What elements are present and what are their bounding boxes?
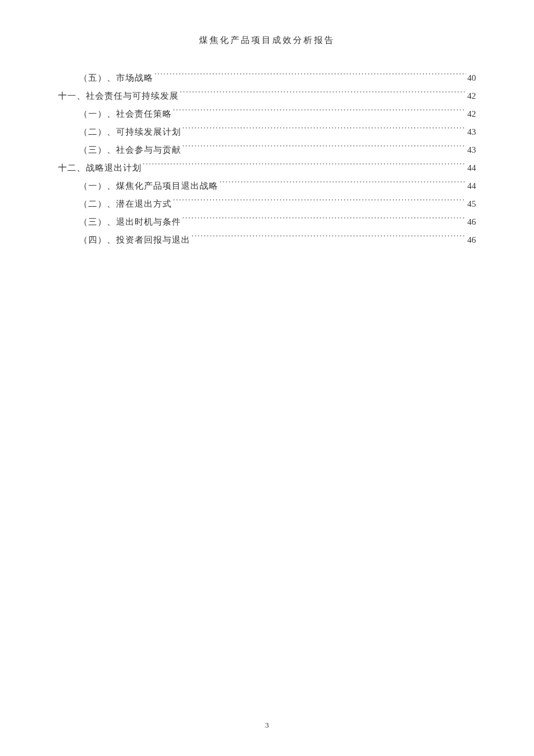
page-footer-number: 3 [0, 721, 534, 730]
toc-page-number: 44 [467, 159, 476, 177]
toc-leader [182, 216, 466, 225]
toc-entry: 十一、社会责任与可持续发展 42 [58, 87, 476, 105]
toc-leader [219, 180, 466, 189]
document-page: 煤焦化产品项目成效分析报告 （五）、市场战略 40 十一、社会责任与可持续发展 … [0, 0, 534, 756]
toc-label: 十一、社会责任与可持续发展 [58, 87, 179, 105]
toc-leader [154, 72, 466, 81]
toc-page-number: 44 [467, 177, 476, 195]
toc-entry: （二）、可持续发展计划 43 [58, 123, 476, 141]
toc-label: 十二、战略退出计划 [58, 159, 142, 177]
toc-entry: （一）、社会责任策略 42 [58, 105, 476, 123]
toc-label: （一）、煤焦化产品项目退出战略 [79, 177, 218, 195]
toc-label: （二）、可持续发展计划 [79, 123, 181, 141]
toc-label: （四）、投资者回报与退出 [79, 231, 190, 249]
toc-entry: （五）、市场战略 40 [58, 69, 476, 87]
toc-leader [192, 234, 466, 243]
toc-entry: （四）、投资者回报与退出 46 [58, 231, 476, 249]
toc-entry: （一）、煤焦化产品项目退出战略 44 [58, 177, 476, 195]
toc-entry: （三）、社会参与与贡献 43 [58, 141, 476, 159]
toc-label: （五）、市场战略 [79, 69, 153, 87]
toc-entry: （二）、潜在退出方式 45 [58, 195, 476, 213]
toc-label: （三）、退出时机与条件 [79, 213, 181, 231]
toc-page-number: 46 [467, 213, 476, 231]
toc-entry: 十二、战略退出计划 44 [58, 159, 476, 177]
toc-page-number: 40 [467, 69, 476, 87]
toc-page-number: 46 [467, 231, 476, 249]
toc-page-number: 43 [467, 123, 476, 141]
toc-leader [173, 108, 466, 117]
toc-entry: （三）、退出时机与条件 46 [58, 213, 476, 231]
toc-leader [182, 126, 466, 135]
toc-page-number: 45 [467, 195, 476, 213]
toc-leader [182, 144, 466, 153]
toc-page-number: 43 [467, 141, 476, 159]
toc-leader [143, 162, 466, 171]
table-of-contents: （五）、市场战略 40 十一、社会责任与可持续发展 42 （一）、社会责任策略 … [58, 69, 476, 249]
toc-label: （三）、社会参与与贡献 [79, 141, 181, 159]
toc-label: （一）、社会责任策略 [79, 105, 172, 123]
toc-page-number: 42 [467, 87, 476, 105]
toc-leader [173, 198, 466, 207]
toc-label: （二）、潜在退出方式 [79, 195, 172, 213]
toc-page-number: 42 [467, 105, 476, 123]
page-header-title: 煤焦化产品项目成效分析报告 [58, 35, 476, 46]
toc-leader [180, 90, 466, 99]
